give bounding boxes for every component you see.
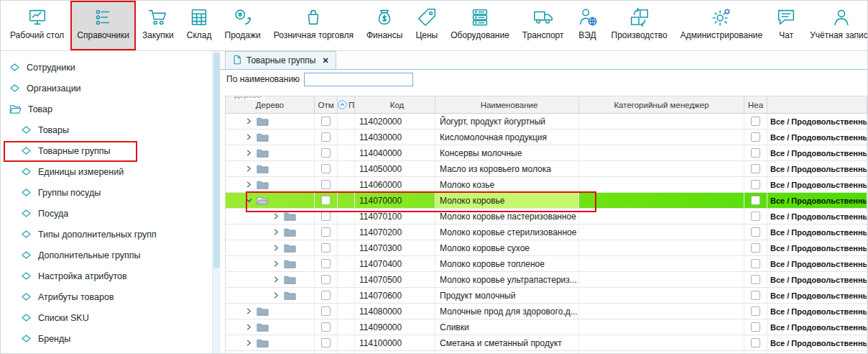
mark-checkbox[interactable] [321,180,331,189]
toolbar-item-retail[interactable]: Розничная торговля [267,1,360,50]
chevron-right-icon[interactable] [244,338,254,348]
table-row[interactable]: 114050000Масло из коровьего молокаВсе / … [226,161,867,177]
inactive-checkbox[interactable] [751,291,760,300]
scrollbar-thumb[interactable] [213,53,220,268]
column-header-mark[interactable]: Отм [315,96,338,113]
chevron-right-icon[interactable] [272,227,281,237]
inactive-checkbox[interactable] [751,259,760,268]
tree-cell[interactable] [226,272,315,287]
table-row[interactable]: 114070000Молоко коровьеВсе / Продовольст… [226,193,867,209]
tree-cell[interactable] [226,177,315,192]
toolbar-item-sales[interactable]: Продажи [218,1,267,50]
toolbar-item-catalogs[interactable]: Справочники [70,1,136,50]
sidebar-item-7[interactable]: Посуда [1,203,212,224]
toolbar-item-chat[interactable]: Чат [769,1,803,50]
table-row[interactable]: 114060000Молоко козьеВсе / Продовольстве… [226,177,867,193]
inactive-checkbox[interactable] [751,307,760,316]
sidebar-item-0[interactable]: Сотрудники [1,57,212,78]
column-header-code[interactable]: Код [355,96,435,113]
tree-cell[interactable] [226,288,315,303]
toolbar-item-cart[interactable]: Закупки [136,1,180,50]
tree-cell[interactable] [226,304,315,319]
table-row[interactable]: 114100000Сметана и сметанный продуктВсе … [226,335,867,351]
sort-ascending-icon[interactable] [338,100,347,109]
toolbar-item-foreign-trade[interactable]: ВЭД [571,1,605,50]
sidebar-item-10[interactable]: Настройка атрибутов [1,266,212,286]
chevron-right-icon[interactable] [272,275,281,284]
sidebar-item-12[interactable]: Списки SKU [1,307,212,328]
sidebar-item-2[interactable]: Товар [1,99,212,119]
chevron-right-icon[interactable] [272,212,281,221]
column-header-name[interactable]: Наименование [435,96,579,113]
mark-checkbox[interactable] [321,117,331,126]
toolbar-item-warehouse[interactable]: Склад [180,1,218,50]
table-row[interactable]: 114090000СливкиВсе / Продовольственные т… [226,319,867,335]
sidebar-item-1[interactable]: Организации [1,78,212,99]
tree-cell[interactable] [226,209,315,224]
toolbar-item-price-tag[interactable]: Цены [409,1,444,50]
inactive-checkbox[interactable] [751,243,760,253]
mark-checkbox[interactable] [321,243,331,253]
tree-cell[interactable] [226,130,315,145]
inactive-checkbox[interactable] [751,227,760,237]
inactive-checkbox[interactable] [751,322,760,332]
sidebar-item-5[interactable]: Единицы измерений [1,161,212,182]
column-header-sort[interactable]: П [338,96,355,113]
tab-tovarnye-gruppy[interactable]: Товарные группы ✕ [225,51,336,69]
tree-cell[interactable] [226,256,315,271]
mark-checkbox[interactable] [321,227,331,237]
name-filter-input[interactable] [304,73,413,86]
table-row[interactable]: 114070200Молоко коровье стерилизованноеВ… [226,224,867,240]
toolbar-item-truck[interactable]: Транспорт [516,1,571,50]
toolbar-item-equipment[interactable]: Оборудование [444,1,516,50]
inactive-checkbox[interactable] [751,117,760,126]
tree-cell[interactable] [226,193,315,208]
table-row[interactable]: 114070100Молоко коровье пастеризованноеВ… [226,209,867,224]
mark-checkbox[interactable] [321,148,331,158]
inactive-checkbox[interactable] [751,148,760,158]
chevron-right-icon[interactable] [244,164,254,173]
chevron-down-icon[interactable] [244,196,254,205]
sidebar-item-9[interactable]: Дополнительные группы [1,245,212,266]
table-row[interactable]: 114040000Консервы молочныеВсе / Продовол… [226,145,867,161]
toolbar-item-production[interactable]: Производство [605,1,674,50]
tree-cell[interactable] [226,145,315,160]
sidebar-item-4[interactable]: Товарные группы [1,140,212,161]
chevron-right-icon[interactable] [244,132,254,142]
mark-checkbox[interactable] [321,259,331,268]
chevron-right-icon[interactable] [244,117,254,126]
mark-checkbox[interactable] [321,322,331,332]
inactive-checkbox[interactable] [751,196,760,205]
tree-cell[interactable] [226,114,315,129]
toolbar-item-finance[interactable]: Финансы [360,1,409,50]
table-row[interactable]: 114070400Молоко коровье топленоеВсе / Пр… [226,256,867,272]
inactive-checkbox[interactable] [751,212,760,221]
mark-checkbox[interactable] [321,291,331,300]
chevron-right-icon[interactable] [244,307,254,316]
inactive-checkbox[interactable] [751,338,760,348]
mark-checkbox[interactable] [321,275,331,284]
chevron-right-icon[interactable] [244,180,254,189]
toolbar-item-account[interactable]: Учётная запись [803,1,868,50]
table-row[interactable]: 114070300Молоко коровье сухоеВсе / Продо… [226,240,867,256]
sidebar-item-8[interactable]: Типы дополнительных групп [1,224,212,245]
mark-checkbox[interactable] [321,338,331,348]
mark-checkbox[interactable] [321,212,331,221]
table-row[interactable]: 114070600Продукт молочныйВсе / Продоволь… [226,288,867,304]
mark-checkbox[interactable] [321,164,331,173]
chevron-right-icon[interactable] [244,148,254,158]
mark-checkbox[interactable] [321,196,331,205]
tree-cell[interactable] [226,161,315,176]
sidebar-item-3[interactable]: Товары [1,119,212,140]
table-row[interactable]: 114030000Кисломолочная продукцияВсе / Пр… [226,130,867,145]
column-header-path[interactable] [767,96,867,113]
tab-close-icon[interactable]: ✕ [322,56,328,65]
mark-checkbox[interactable] [321,307,331,316]
sidebar-item-13[interactable]: Бренды [1,328,212,349]
tree-cell[interactable] [226,319,315,335]
table-row[interactable] [226,351,867,354]
toolbar-item-desktop[interactable]: Рабочий стол [4,1,70,50]
inactive-checkbox[interactable] [751,164,760,173]
column-header-inactive[interactable]: Неа [744,96,767,113]
chevron-right-icon[interactable] [272,291,281,300]
